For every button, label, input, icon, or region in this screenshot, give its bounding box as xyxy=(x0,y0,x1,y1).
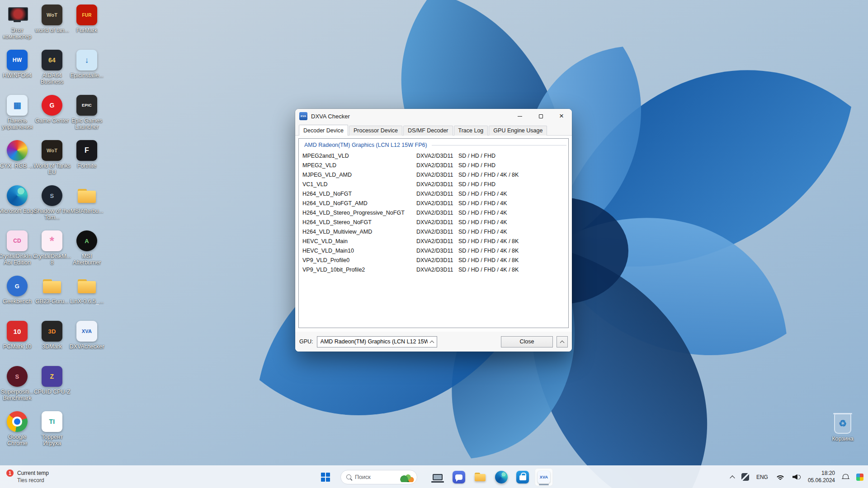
search-input[interactable] xyxy=(355,474,389,480)
geekbench-icon[interactable]: GGeekbench xyxy=(0,276,34,305)
decoder-api: DXVA2/D3D11 xyxy=(416,257,458,263)
tab-processor-device[interactable]: Processor Device xyxy=(349,126,402,136)
decoder-name: H264_VLD_Stereo_NoFGT xyxy=(302,219,416,225)
icon-glyph: EPIC xyxy=(82,103,92,108)
taskbar-explorer-icon[interactable] xyxy=(471,468,489,486)
desktop: Этот компьютерWoTworld of tan...FURFurMa… xyxy=(0,0,868,488)
icon-art: CD xyxy=(7,230,28,251)
crystaldiskmark-icon[interactable]: *CrystalDiskM... 8 xyxy=(35,230,69,266)
icon-glyph: WoT xyxy=(47,12,57,18)
icon-label: CrystalDiskIn... Aoi Edition xyxy=(0,253,37,266)
icon-art xyxy=(7,185,28,206)
control-panel-icon[interactable]: ▦Панель управления xyxy=(0,95,34,131)
decoder-row[interactable]: H264_VLD_Multiview_AMDDXVA2/D3D11SD / HD… xyxy=(299,227,568,236)
icon-label: Superpositi... Benchmark xyxy=(0,389,37,402)
decoder-row[interactable]: VC1_VLDDXVA2/D3D11SD / HD / FHD xyxy=(299,179,568,189)
tab-gpu-engine-usage[interactable]: GPU Engine Usage xyxy=(489,126,547,136)
decoder-api: DXVA2/D3D11 xyxy=(416,172,458,178)
furmark-icon[interactable]: FURFurMark xyxy=(70,5,104,33)
taskbar-edge-icon[interactable] xyxy=(492,468,510,486)
icon-glyph: WoT xyxy=(47,148,57,153)
decoder-resolutions: SD / HD / FHD / 4K xyxy=(458,191,568,197)
game-center-icon[interactable]: GGame Center xyxy=(35,95,69,124)
world-of-tanks-eu-icon[interactable]: WoTWorld of Tanks EU xyxy=(35,140,69,176)
decoder-row[interactable]: MJPEG_VLD_AMDDXVA2/D3D11SD / HD / FHD / … xyxy=(299,170,568,179)
tray-app-icon[interactable] xyxy=(741,473,749,481)
crystaldiskinfo-aoi-icon[interactable]: CDCrystalDiskIn... Aoi Edition xyxy=(0,230,34,266)
decoder-row[interactable]: H264_VLD_Stereo_NoFGTDXVA2/D3D11SD / HD … xyxy=(299,217,568,227)
epic-installer-icon[interactable]: ↓Epicinstalle... xyxy=(70,50,104,79)
icon-glyph: S xyxy=(50,192,54,199)
decoder-row[interactable]: H264_VLD_NoFGTDXVA2/D3D11SD / HD / FHD /… xyxy=(299,189,568,198)
notification-bell-icon[interactable] xyxy=(842,474,849,480)
decoder-row[interactable]: HEVC_VLD_MainDXVA2/D3D11SD / HD / FHD / … xyxy=(299,236,568,246)
decoder-name: HEVC_VLD_Main xyxy=(302,238,416,244)
taskbar-store-icon[interactable] xyxy=(514,468,532,486)
linx-folder-icon[interactable]: LinX-0.6.5_... xyxy=(70,276,104,305)
tab-trace-log[interactable]: Trace Log xyxy=(454,126,488,136)
superposition-icon[interactable]: SSuperpositi... Benchmark xyxy=(0,366,34,402)
decoder-row[interactable]: MPEG2and1_VLDDXVA2/D3D11SD / HD / FHD xyxy=(299,151,568,160)
threedmark-icon[interactable]: 3D3DMark xyxy=(35,321,69,350)
cpu-z-icon[interactable]: ZCPUID CPU-Z xyxy=(35,366,69,395)
hwinfo64-icon[interactable]: HWHWiNFO64 xyxy=(0,50,34,79)
widgets-button[interactable]: 1 Current temp Ties record xyxy=(6,466,49,488)
gpu-select[interactable]: AMD Radeon(TM) Graphics (LCN L12 15W FP6… xyxy=(317,336,437,347)
language-indicator[interactable]: ENG xyxy=(756,474,768,480)
clock[interactable]: 18:20 05.06.2024 xyxy=(808,470,835,484)
icon-glyph: CD xyxy=(13,238,21,244)
gb23-folder-icon[interactable]: GB23-Guru... xyxy=(35,276,69,305)
aida64-icon[interactable]: 64AIDA64 Business xyxy=(35,50,69,85)
decoder-name: VP9_VLD_Profile0 xyxy=(302,257,416,263)
icon-art: Z xyxy=(42,366,62,387)
close-button[interactable]: Close xyxy=(501,336,553,347)
epic-games-launcher-icon[interactable]: EPICEpic Games Launcher xyxy=(70,95,104,131)
taskbar-search[interactable] xyxy=(340,470,417,484)
microsoft-edge-icon[interactable]: Microsoft Edge xyxy=(0,185,34,214)
close-window-button[interactable] xyxy=(551,109,572,123)
fortnite-icon[interactable]: FFortnite xyxy=(70,140,104,169)
torrent-igruha-icon[interactable]: TIТоррент Игруха xyxy=(35,411,69,447)
maximize-button[interactable] xyxy=(530,109,551,123)
recycle-bin-icon[interactable]: ♻Корзина xyxy=(826,414,860,442)
pcmark10-icon[interactable]: 10PCMark 10 xyxy=(0,321,34,350)
decoder-api: DXVA2/D3D11 xyxy=(416,153,458,159)
decoder-row[interactable]: VP9_VLD_10bit_Profile2DXVA2/D3D11SD / HD… xyxy=(299,265,568,274)
icon-label: Game Center xyxy=(33,117,71,124)
icon-label: GB23-Guru... xyxy=(33,298,71,305)
minimize-button[interactable] xyxy=(509,109,530,123)
decoder-row[interactable]: H264_VLD_NoFGT_AMDDXVA2/D3D11SD / HD / F… xyxy=(299,198,568,208)
decoder-row[interactable]: H264_VLD_Stereo_Progressive_NoFGTDXVA2/D… xyxy=(299,208,568,217)
decoder-row[interactable]: MPEG2_VLDDXVA2/D3D11SD / HD / FHD xyxy=(299,160,568,170)
tray-color-app-icon[interactable] xyxy=(856,474,863,481)
icon-art: 10 xyxy=(7,321,28,342)
gpu-group-header: AMD Radeon(TM) Graphics (LCN L12 15W FP6… xyxy=(299,141,568,151)
tab-decoder-device[interactable]: Decoder Device xyxy=(299,125,348,136)
tab-ds-mf-decoder[interactable]: DS/MF Decoder xyxy=(403,126,453,136)
taskbar-chat-icon[interactable] xyxy=(450,468,468,486)
cyx-rgb-icon[interactable]: CYX_RGB_... xyxy=(0,140,34,169)
wifi-icon[interactable] xyxy=(775,474,785,480)
start-button[interactable] xyxy=(316,468,335,486)
decoder-name: MPEG2and1_VLD xyxy=(302,153,416,159)
msi-afterburner-folder-icon[interactable]: MSIAfterbu... xyxy=(70,185,104,214)
icon-label: AIDA64 Business xyxy=(33,72,71,85)
dxva-checker-shortcut-icon[interactable]: XVADXVAchecker xyxy=(70,321,104,350)
hidden-icons-chevron-icon[interactable] xyxy=(730,475,735,480)
icon-art xyxy=(495,471,508,483)
taskbar-device-icon[interactable] xyxy=(429,468,447,486)
icon-label: Microsoft Edge xyxy=(0,208,37,214)
icon-label: CPUID CPU-Z xyxy=(33,389,71,395)
laptop-shape-shape xyxy=(433,474,443,480)
google-chrome-icon[interactable]: Google Chrome xyxy=(0,411,34,447)
world-of-tanks-shortcut-icon[interactable]: WoTworld of tan... xyxy=(35,5,69,33)
this-pc-icon[interactable]: Этот компьютер xyxy=(0,5,34,40)
dxva-checker-window: XVA DXVA Checker Decoder DeviceProcessor… xyxy=(295,109,572,352)
volume-icon[interactable] xyxy=(793,474,801,480)
decoder-row[interactable]: VP9_VLD_Profile0DXVA2/D3D11SD / HD / FHD… xyxy=(299,255,568,265)
shadow-of-the-tomb-raider-icon[interactable]: SShadow of the Tom... xyxy=(35,185,69,221)
expand-button[interactable] xyxy=(557,336,568,347)
msi-afterburner-icon[interactable]: AMSI Afterburner xyxy=(70,230,104,266)
decoder-row[interactable]: HEVC_VLD_Main10DXVA2/D3D11SD / HD / FHD … xyxy=(299,246,568,255)
taskbar-dxva-checker-icon[interactable]: XVA xyxy=(535,468,553,486)
